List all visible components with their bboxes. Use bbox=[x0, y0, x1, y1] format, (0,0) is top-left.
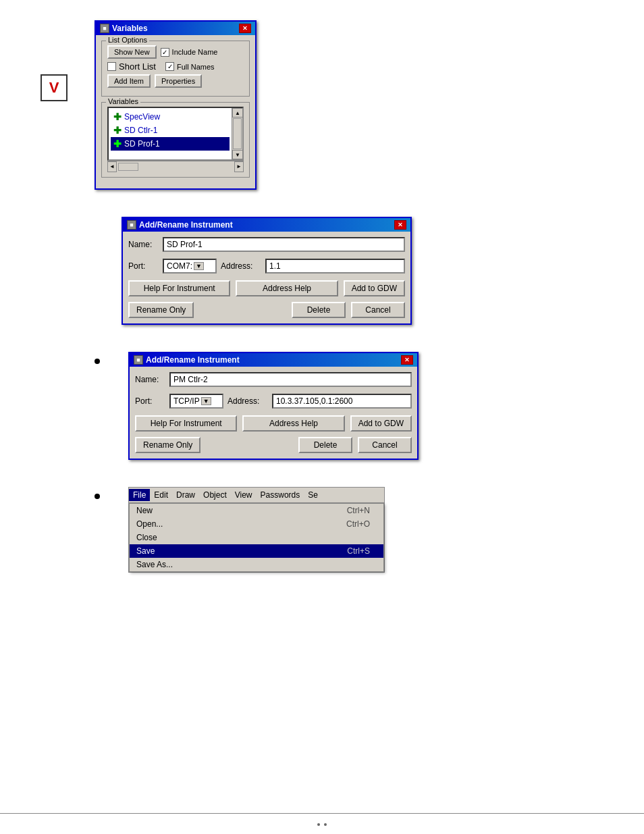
port-label-1: Port: bbox=[128, 261, 159, 271]
list-options-label: List Options bbox=[106, 36, 149, 44]
port-row-2: Port: TCP/IP ▼ Address: bbox=[135, 394, 412, 409]
short-list-label: Short List bbox=[119, 61, 156, 72]
port-select-arrow-1[interactable]: ▼ bbox=[194, 262, 204, 270]
title-icon: ■ bbox=[100, 24, 109, 33]
file-dropdown: New Ctrl+N Open... Ctrl+O Close Save Ctr… bbox=[129, 503, 384, 572]
name-row-1: Name: bbox=[128, 237, 405, 252]
add-rename-1-title-icon: ■ bbox=[127, 220, 136, 230]
h-scroll-thumb[interactable] bbox=[118, 163, 138, 171]
add-rename-1-title: Add/Rename Instrument bbox=[139, 220, 233, 230]
include-name-checkbox[interactable] bbox=[161, 48, 169, 57]
add-rename-section-1: ■ Add/Rename Instrument ✕ Name: Port: CO… bbox=[0, 217, 644, 325]
list-options-row1: Show New Include Name bbox=[107, 45, 244, 59]
list-options-row2: Short List Full Names bbox=[107, 61, 244, 72]
add-rename-2-titlebar: ■ Add/Rename Instrument ✕ bbox=[130, 353, 417, 367]
add-rename-1-close-button[interactable]: ✕ bbox=[394, 220, 406, 230]
full-names-label: Full Names bbox=[177, 63, 215, 71]
variables-close-button[interactable]: ✕ bbox=[239, 24, 251, 33]
v-icon: V bbox=[49, 79, 59, 97]
add-to-gdw-button-2[interactable]: Add to GDW bbox=[350, 415, 412, 432]
full-names-row: Full Names bbox=[165, 62, 215, 71]
port-select-2[interactable]: TCP/IP ▼ bbox=[169, 394, 223, 409]
menu-file[interactable]: File bbox=[129, 489, 150, 501]
variables-list-content: ✚ SpecView ✚ SD Ctlr-1 ✚ SD Prof-1 bbox=[109, 108, 232, 159]
add-rename-1-body: Name: Port: COM7: ▼ Address: Help For In… bbox=[123, 232, 410, 323]
name-input-1[interactable] bbox=[163, 237, 405, 252]
scroll-thumb[interactable] bbox=[233, 118, 242, 149]
add-rename-2-body: Name: Port: TCP/IP ▼ Address: Help For I… bbox=[130, 367, 417, 459]
include-name-label: Include Name bbox=[172, 48, 218, 56]
address-input-1[interactable] bbox=[265, 259, 405, 273]
delete-button-2[interactable]: Delete bbox=[298, 437, 352, 453]
menu-save[interactable]: Save Ctrl+S bbox=[130, 544, 383, 558]
menu-edit[interactable]: Edit bbox=[150, 489, 172, 501]
menu-new[interactable]: New Ctrl+N bbox=[130, 504, 383, 517]
listbox-scrollbar[interactable]: ▲ ▼ bbox=[232, 108, 242, 159]
menu-view[interactable]: View bbox=[231, 489, 257, 501]
var-item-specview[interactable]: ✚ SpecView bbox=[111, 110, 230, 124]
name-input-2[interactable] bbox=[169, 372, 412, 387]
rename-only-button-1[interactable]: Rename Only bbox=[128, 302, 194, 318]
variables-listbox[interactable]: ✚ SpecView ✚ SD Ctlr-1 ✚ SD Prof-1 bbox=[107, 107, 244, 161]
cancel-button-2[interactable]: Cancel bbox=[358, 437, 412, 453]
menu-draw[interactable]: Draw bbox=[172, 489, 199, 501]
var-item-sdprof1[interactable]: ✚ SD Prof-1 bbox=[111, 137, 230, 151]
port-label-2: Port: bbox=[135, 396, 165, 406]
button-row-2a: Help For Instrument Address Help Add to … bbox=[135, 415, 412, 432]
menu-save-as[interactable]: Save As... bbox=[130, 558, 383, 571]
menu-section: File Edit Draw Object View Passwords Se … bbox=[0, 487, 644, 573]
menu-passwords[interactable]: Passwords bbox=[257, 489, 304, 501]
scroll-down-arrow[interactable]: ▼ bbox=[232, 150, 243, 159]
port-row-1: Port: COM7: ▼ Address: bbox=[128, 259, 405, 273]
add-item-button[interactable]: Add Item bbox=[107, 74, 151, 88]
show-new-button[interactable]: Show New bbox=[107, 45, 157, 59]
menu-object[interactable]: Object bbox=[199, 489, 231, 501]
name-row-2: Name: bbox=[135, 372, 412, 387]
variables-dialog: ■ Variables ✕ List Options Show New Incl… bbox=[95, 20, 257, 190]
add-rename-2-title-icon: ■ bbox=[134, 355, 143, 365]
page-content: V ■ Variables ✕ List Options Show New bbox=[0, 0, 644, 593]
address-help-button-2[interactable]: Address Help bbox=[242, 415, 344, 432]
add-to-gdw-button-1[interactable]: Add to GDW bbox=[344, 280, 405, 296]
port-select-1[interactable]: COM7: ▼ bbox=[163, 259, 217, 273]
var-item-sdctlr1[interactable]: ✚ SD Ctlr-1 bbox=[111, 124, 230, 137]
cancel-button-1[interactable]: Cancel bbox=[351, 302, 405, 318]
h-scrollbar[interactable]: ◄ ► bbox=[107, 161, 244, 172]
button-row-1a: Help For Instrument Address Help Add to … bbox=[128, 280, 405, 296]
variables-group-label: Variables bbox=[106, 97, 140, 105]
bullet-3 bbox=[95, 487, 115, 499]
variables-titlebar: ■ Variables ✕ bbox=[96, 22, 255, 35]
full-names-checkbox[interactable] bbox=[165, 62, 174, 71]
h-scroll-left[interactable]: ◄ bbox=[107, 161, 117, 172]
include-name-row: Include Name bbox=[161, 48, 218, 57]
bullet-2 bbox=[95, 352, 115, 364]
address-input-2[interactable] bbox=[272, 394, 412, 409]
menu-se[interactable]: Se bbox=[304, 489, 322, 501]
port-select-arrow-2[interactable]: ▼ bbox=[201, 397, 211, 405]
address-help-button-1[interactable]: Address Help bbox=[236, 280, 338, 296]
help-instrument-button-2[interactable]: Help For Instrument bbox=[135, 415, 237, 432]
add-rename-1-titlebar: ■ Add/Rename Instrument ✕ bbox=[123, 218, 410, 232]
footer-dots bbox=[317, 823, 327, 826]
variables-group: Variables ✚ SpecView ✚ SD Ctlr-1 bbox=[101, 102, 250, 178]
add-rename-2-title: Add/Rename Instrument bbox=[146, 355, 240, 365]
short-list-checkbox[interactable] bbox=[107, 62, 116, 71]
menu-bar-container: File Edit Draw Object View Passwords Se … bbox=[128, 487, 385, 573]
v-icon-box: V bbox=[41, 74, 68, 101]
menu-bar: File Edit Draw Object View Passwords Se bbox=[129, 488, 384, 503]
add-rename-2-close-button[interactable]: ✕ bbox=[401, 355, 413, 365]
delete-button-1[interactable]: Delete bbox=[292, 302, 346, 318]
button-row-2b: Rename Only Delete Cancel bbox=[135, 437, 412, 453]
address-label-2: Address: bbox=[227, 396, 268, 406]
menu-open[interactable]: Open... Ctrl+O bbox=[130, 517, 383, 531]
h-scroll-right[interactable]: ► bbox=[234, 161, 244, 172]
add-rename-dialog-2: ■ Add/Rename Instrument ✕ Name: Port: TC… bbox=[128, 352, 419, 460]
properties-button[interactable]: Properties bbox=[155, 74, 202, 88]
address-label-1: Address: bbox=[221, 261, 261, 271]
button-row-1b: Rename Only Delete Cancel bbox=[128, 302, 405, 318]
menu-close[interactable]: Close bbox=[130, 531, 383, 544]
variables-title: Variables bbox=[112, 24, 148, 33]
rename-only-button-2[interactable]: Rename Only bbox=[135, 437, 200, 453]
help-instrument-button-1[interactable]: Help For Instrument bbox=[128, 280, 230, 296]
scroll-up-arrow[interactable]: ▲ bbox=[232, 108, 243, 118]
